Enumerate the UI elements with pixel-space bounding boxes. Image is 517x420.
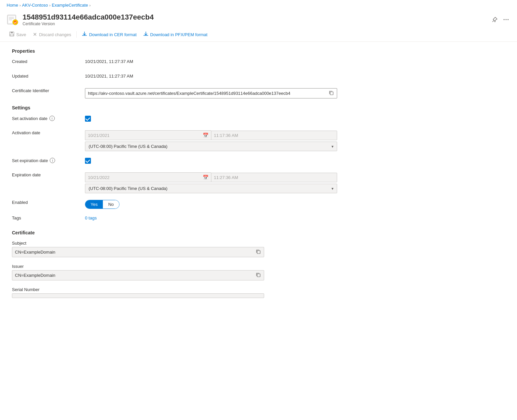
expiration-toggle-row: Set expiration date i [12,156,392,166]
download-cer-button[interactable]: Download in CER format [79,30,139,39]
certificate-icon [7,14,19,26]
save-icon [9,31,14,37]
activation-info-icon[interactable]: i [49,116,55,121]
expiration-checkbox-wrapper [85,158,392,164]
expiration-date-field[interactable]: 10/21/2022 📅 [85,172,211,182]
activation-tz-select[interactable]: (UTC-08:00) Pacific Time (US & Canada) ▾ [85,142,337,151]
activation-date-field[interactable]: 10/21/2021 📅 [85,130,211,140]
cert-identifier-value: https://akv-contoso.vault.azure.net/cert… [85,87,392,98]
expiration-time-text: 11:27:36 AM [214,175,238,180]
save-button[interactable]: Save [7,30,29,39]
copy-subject-button[interactable] [255,249,261,255]
copy-issuer-button[interactable] [255,272,261,278]
subject-label: Subject [12,239,85,246]
breadcrumb: Home › AKV-Contoso › ExampleCertificate … [0,0,517,10]
tags-link[interactable]: 0 tags [85,215,97,220]
expiration-toggle-label: Set expiration date i [12,156,85,163]
cert-identifier-label: Certificate Identifier [12,87,85,93]
activation-tz-text: (UTC-08:00) Pacific Time (US & Canada) [89,144,168,149]
pin-button[interactable] [490,15,499,24]
breadcrumb-cert[interactable]: ExampleCertificate [52,3,88,8]
svg-rect-13 [10,34,13,36]
expiration-tz-text: (UTC-08:00) Pacific Time (US & Canada) [89,186,168,191]
issuer-field: CN=ExampleDomain [12,270,264,280]
download-pfx-button[interactable]: Download in PFX/PEM format [141,30,210,39]
download-pfx-icon [143,31,148,37]
chevron-down-icon-exp: ▾ [332,186,333,191]
svg-rect-16 [257,274,260,277]
toolbar-separator [76,31,77,38]
chevron-down-icon: ▾ [332,144,333,149]
svg-point-8 [504,19,505,20]
svg-rect-12 [11,32,13,33]
identifier-field: https://akv-contoso.vault.azure.net/cert… [85,88,337,98]
enabled-no-button[interactable]: No [103,200,119,209]
issuer-text: CN=ExampleDomain [15,273,255,278]
enabled-row: Enabled Yes No [12,199,392,209]
serial-field [12,293,264,298]
header-content: 1548951d93114e66adca000e137eecb4 Certifi… [23,13,486,26]
settings-section-header: Settings [12,105,392,110]
expiration-time-field[interactable]: 11:27:36 AM [211,173,337,182]
svg-point-6 [14,21,17,24]
cert-identifier-row: Certificate Identifier https://akv-conto… [12,87,392,98]
svg-point-9 [506,19,507,20]
svg-point-10 [508,19,509,20]
issuer-row: Issuer CN=ExampleDomain [12,263,392,280]
tags-value: 0 tags [85,214,392,220]
breadcrumb-sep-2: › [49,3,50,7]
activation-checkbox[interactable] [85,116,91,122]
serial-row: Serial Number [12,286,392,298]
toolbar: Save ✕ Discard changes Download in CER f… [0,28,517,42]
updated-value: 10/21/2021, 11:27:37 AM [85,72,392,79]
breadcrumb-home[interactable]: Home [7,3,18,8]
page-header: 1548951d93114e66adca000e137eecb4 Certifi… [0,10,517,28]
created-row: Created 10/21/2021, 11:27:37 AM [12,58,392,67]
created-label: Created [12,58,85,64]
download-cer-label: Download in CER format [89,32,136,37]
enabled-toggle: Yes No [85,200,119,209]
tags-row: Tags 0 tags [12,214,392,223]
expiration-date-value: 10/21/2022 📅 11:27:36 AM (UTC-08:00) Pac… [85,171,392,193]
expiration-date-row: Expiration date 10/21/2022 📅 11:27:36 AM… [12,171,392,193]
save-label: Save [16,32,26,37]
expiration-date-label: Expiration date [12,171,85,177]
activation-date-label: Activation date [12,129,85,135]
breadcrumb-sep-1: › [20,3,21,7]
properties-section-header: Properties [12,48,392,54]
activation-date-text: 10/21/2021 [88,133,110,138]
header-actions [490,15,510,24]
activation-toggle-row: Set activation date i [12,114,392,124]
main-content: Properties Created 10/21/2021, 11:27:37 … [0,42,398,310]
created-value: 10/21/2021, 11:27:37 AM [85,58,392,64]
svg-line-7 [492,21,494,22]
expiration-tz-select[interactable]: (UTC-08:00) Pacific Time (US & Canada) ▾ [85,184,337,193]
subject-text: CN=ExampleDomain [15,250,255,255]
svg-rect-14 [330,92,333,95]
enabled-yes-button[interactable]: Yes [85,200,103,209]
expiration-date-text: 10/21/2022 [88,175,110,180]
activation-time-field[interactable]: 11:17:36 AM [211,131,337,140]
activation-date-value: 10/21/2021 📅 11:17:36 AM (UTC-08:00) Pac… [85,129,392,151]
activation-toggle-value [85,114,392,122]
updated-row: Updated 10/21/2021, 11:27:37 AM [12,72,392,82]
expiration-checkbox[interactable] [85,158,91,164]
enabled-label: Enabled [12,199,85,205]
certificate-section-header: Certificate [12,230,392,235]
page-subtitle: Certificate Version [23,22,486,26]
activation-checkbox-wrapper [85,116,392,122]
discard-button[interactable]: ✕ Discard changes [30,30,74,39]
download-pfx-label: Download in PFX/PEM format [150,32,208,37]
copy-identifier-button[interactable] [328,90,334,96]
subject-row: Subject CN=ExampleDomain [12,239,392,257]
calendar-icon: 📅 [203,133,208,138]
activation-time-text: 11:17:36 AM [214,133,238,138]
tags-label: Tags [12,214,85,220]
more-options-button[interactable] [502,15,510,24]
breadcrumb-sep-3: › [89,3,91,7]
enabled-value: Yes No [85,199,392,209]
calendar-icon-exp: 📅 [203,175,208,180]
breadcrumb-akv[interactable]: AKV-Contoso [22,3,48,8]
expiration-info-icon[interactable]: i [50,158,55,163]
page-title: 1548951d93114e66adca000e137eecb4 [23,13,486,22]
